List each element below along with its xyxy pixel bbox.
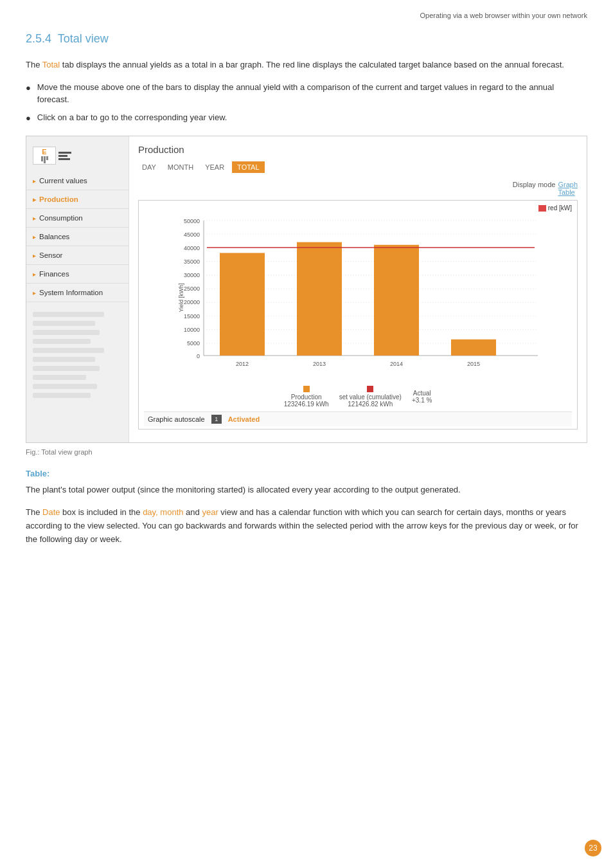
autoscale-status: Activated bbox=[228, 415, 260, 423]
arrow-icon: ▸ bbox=[33, 252, 36, 259]
svg-text:30000: 30000 bbox=[184, 272, 200, 278]
chart-svg: Yield [kWh] 50000 45000 bbox=[144, 214, 572, 381]
sidebar-label: Balances bbox=[39, 233, 69, 240]
sidebar-divider bbox=[26, 283, 129, 284]
svg-text:2014: 2014 bbox=[390, 361, 403, 367]
sidebar-label: Sensor bbox=[39, 251, 62, 259]
content-area: 2.5.4 Total view The Total tab displays … bbox=[0, 26, 613, 581]
bullet-item-2: Click on a bar to go to the correspondin… bbox=[26, 111, 587, 125]
sidebar-label: Finances bbox=[39, 270, 69, 278]
sidebar-divider bbox=[26, 208, 129, 209]
svg-text:40000: 40000 bbox=[184, 245, 200, 251]
bottom-legend-production: Production 123246.19 kWh bbox=[284, 386, 329, 408]
page-number: 23 bbox=[585, 840, 601, 856]
autoscale-toggle[interactable]: 1 bbox=[211, 415, 222, 424]
sidebar-placeholder bbox=[26, 327, 129, 336]
sidebar-placeholder bbox=[26, 381, 129, 390]
header-text: Operating via a web browser within your … bbox=[420, 12, 587, 19]
sidebar-placeholder bbox=[26, 318, 129, 327]
sidebar: E ▸ Current values bbox=[26, 136, 129, 442]
tabs-row: DAY MONTH YEAR TOTAL bbox=[138, 161, 578, 173]
sidebar-item-system-info[interactable]: ▸ System Information bbox=[26, 285, 129, 300]
sidebar-label: Current values bbox=[39, 177, 87, 185]
sidebar-spacer bbox=[26, 304, 129, 309]
svg-text:0: 0 bbox=[197, 353, 200, 359]
sidebar-placeholder bbox=[26, 345, 129, 354]
actual-value: +3.1 % bbox=[412, 397, 432, 404]
svg-text:5000: 5000 bbox=[187, 340, 200, 347]
bottom-legend-setvalue: set value (cumulative) 121426.82 kWh bbox=[339, 386, 402, 408]
arrow-icon: ▸ bbox=[33, 215, 36, 222]
sidebar-divider bbox=[26, 190, 129, 190]
date-highlight: Date bbox=[42, 507, 60, 517]
sidebar-item-sensor[interactable]: ▸ Sensor bbox=[26, 248, 129, 262]
sidebar-divider bbox=[26, 246, 129, 246]
tab-year[interactable]: YEAR bbox=[201, 161, 228, 173]
table-section-title: Table: bbox=[26, 469, 587, 478]
bullet-item-1: Move the mouse above one of the bars to … bbox=[26, 81, 587, 106]
arrow-icon: ▸ bbox=[33, 196, 36, 203]
sidebar-item-finances[interactable]: ▸ Finances bbox=[26, 267, 129, 281]
sidebar-label: Consumption bbox=[39, 214, 83, 222]
sidebar-item-consumption[interactable]: ▸ Consumption bbox=[26, 211, 129, 225]
production-label: Production bbox=[291, 393, 322, 401]
mode-links: Graph Table bbox=[558, 181, 578, 196]
year-highlight: year bbox=[202, 507, 218, 517]
sidebar-placeholder bbox=[26, 363, 129, 372]
arrow-icon: ▸ bbox=[33, 177, 36, 185]
fig-caption: Fig.: Total view graph bbox=[26, 448, 587, 456]
bar-2013[interactable] bbox=[297, 242, 342, 356]
svg-text:45000: 45000 bbox=[184, 231, 200, 238]
chart-bottom-legend: Production 123246.19 kWh set value (cumu… bbox=[144, 386, 572, 408]
autoscale-row: Graphic autoscale 1 Activated bbox=[144, 411, 572, 426]
table-para2: The Date box is included in the day, mon… bbox=[26, 506, 587, 546]
sidebar-item-current-values[interactable]: ▸ Current values bbox=[26, 174, 129, 188]
arrow-icon: ▸ bbox=[33, 289, 36, 296]
section-title: 2.5.4 Total view bbox=[26, 32, 587, 48]
svg-text:25000: 25000 bbox=[184, 285, 200, 292]
svg-text:10000: 10000 bbox=[184, 327, 200, 333]
actual-label: Actual bbox=[413, 390, 431, 397]
sidebar-divider bbox=[26, 302, 129, 302]
sidebar-item-production[interactable]: ▸ Production bbox=[26, 192, 129, 206]
main-panel: Production DAY MONTH YEAR TOTAL Display … bbox=[129, 136, 587, 442]
sidebar-divider bbox=[26, 227, 129, 228]
chart-legend: red [kW] bbox=[144, 204, 572, 212]
day-highlight: day, bbox=[143, 507, 158, 517]
screenshot-container: E ▸ Current values bbox=[26, 136, 587, 443]
month-highlight: month bbox=[160, 507, 183, 517]
sidebar-label: System Information bbox=[39, 289, 103, 296]
mode-link-table[interactable]: Table bbox=[558, 188, 574, 196]
bar-2015[interactable] bbox=[451, 339, 496, 356]
svg-text:20000: 20000 bbox=[184, 299, 200, 305]
sidebar-placeholder bbox=[26, 336, 129, 345]
setvalue-label: set value (cumulative) bbox=[339, 393, 402, 401]
svg-text:35000: 35000 bbox=[184, 258, 200, 265]
tab-total[interactable]: TOTAL bbox=[232, 161, 264, 173]
tab-month[interactable]: MONTH bbox=[164, 161, 197, 173]
legend-swatch bbox=[538, 205, 546, 212]
bar-2012[interactable] bbox=[220, 253, 265, 356]
intro-paragraph: The Total tab displays the annual yields… bbox=[26, 59, 587, 72]
sidebar-placeholder bbox=[26, 390, 129, 399]
sidebar-placeholder bbox=[26, 309, 129, 318]
legend-label: red [kW] bbox=[548, 204, 572, 212]
page-header: Operating via a web browser within your … bbox=[0, 0, 613, 26]
sidebar-placeholder bbox=[26, 354, 129, 363]
mode-link-graph[interactable]: Graph bbox=[558, 181, 578, 188]
svg-text:2015: 2015 bbox=[467, 361, 480, 367]
sidebar-item-balances[interactable]: ▸ Balances bbox=[26, 230, 129, 244]
production-value: 123246.19 kWh bbox=[284, 401, 329, 408]
bullet-list: Move the mouse above one of the bars to … bbox=[26, 81, 587, 125]
sidebar-label: Production bbox=[39, 195, 78, 203]
svg-text:2012: 2012 bbox=[236, 361, 249, 367]
setvalue-value: 121426.82 kWh bbox=[348, 401, 393, 408]
sidebar-logo: E bbox=[26, 141, 129, 174]
tab-day[interactable]: DAY bbox=[138, 161, 160, 173]
bottom-legend-actual: Actual +3.1 % bbox=[412, 390, 432, 404]
display-mode-row: Display mode Graph Table bbox=[138, 181, 578, 196]
total-highlight: Total bbox=[42, 60, 60, 69]
chart-area: red [kW] Yield [kWh] bbox=[138, 200, 578, 429]
bar-2014[interactable] bbox=[374, 245, 419, 356]
chart-svg-wrapper: Yield [kWh] 50000 45000 bbox=[144, 214, 572, 383]
